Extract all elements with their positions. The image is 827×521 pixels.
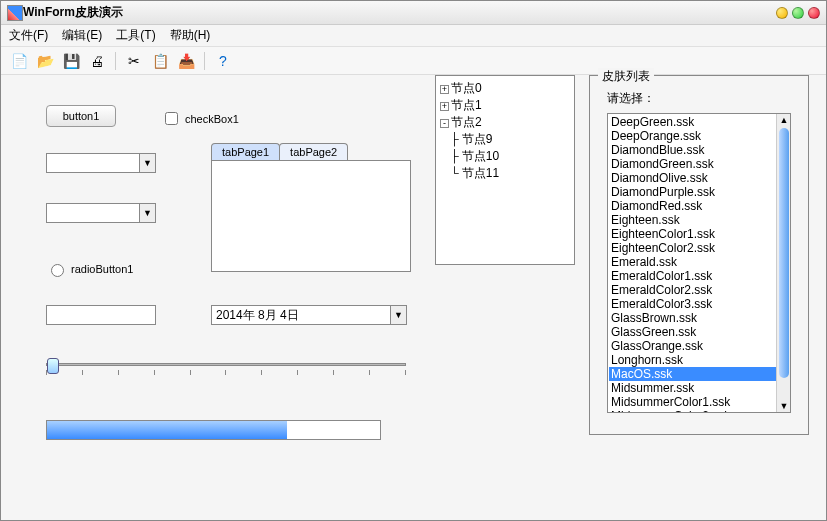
trackbar-ticks bbox=[46, 370, 406, 375]
skin-group-title: 皮肤列表 bbox=[598, 68, 654, 85]
scroll-up-icon[interactable]: ▲ bbox=[777, 114, 791, 126]
skin-listbox[interactable]: DeepGreen.sskDeepOrange.sskDiamondBlue.s… bbox=[607, 113, 791, 413]
list-item[interactable]: Longhorn.ssk bbox=[609, 353, 789, 367]
trackbar[interactable] bbox=[46, 355, 406, 385]
toolbar: 📄 📂 💾 🖨 ✂ 📋 📥 ? bbox=[1, 47, 826, 75]
tree-node-11[interactable]: └ 节点11 bbox=[440, 165, 570, 182]
progress-bar-fill bbox=[47, 421, 287, 439]
toolbar-separator bbox=[115, 52, 116, 70]
chevron-down-icon[interactable]: ▼ bbox=[139, 154, 155, 172]
tab-page1[interactable]: tabPage1 bbox=[211, 143, 280, 160]
checkbox1[interactable]: checkBox1 bbox=[161, 109, 239, 128]
list-item[interactable]: Midsummer.ssk bbox=[609, 381, 789, 395]
checkbox1-label: checkBox1 bbox=[185, 113, 239, 125]
tree-node-1[interactable]: +节点1 bbox=[440, 97, 570, 114]
date-picker[interactable]: 2014年 8月 4日 ▼ bbox=[211, 305, 407, 325]
window-title: WinForm皮肤演示 bbox=[23, 4, 776, 21]
list-item[interactable]: DeepGreen.ssk bbox=[609, 115, 789, 129]
list-item[interactable]: EmeraldColor2.ssk bbox=[609, 283, 789, 297]
tab-body bbox=[211, 160, 411, 272]
close-button[interactable] bbox=[808, 7, 820, 19]
checkbox1-input[interactable] bbox=[165, 112, 178, 125]
tree-view[interactable]: +节点0 +节点1 -节点2 ├ 节点9 ├ 节点10 └ 节点11 bbox=[435, 75, 575, 265]
menu-edit[interactable]: 编辑(E) bbox=[62, 27, 102, 44]
tree-node-2[interactable]: -节点2 bbox=[440, 114, 570, 131]
radiobutton1-input[interactable] bbox=[51, 264, 64, 277]
chevron-down-icon[interactable]: ▼ bbox=[139, 204, 155, 222]
expand-icon[interactable]: + bbox=[440, 85, 449, 94]
combobox1[interactable]: ▼ bbox=[46, 153, 156, 173]
tree-node-0[interactable]: +节点0 bbox=[440, 80, 570, 97]
traffic-lights bbox=[776, 7, 820, 19]
list-item[interactable]: EmeraldColor3.ssk bbox=[609, 297, 789, 311]
skin-prompt: 请选择： bbox=[607, 90, 791, 107]
list-item[interactable]: EmeraldColor1.ssk bbox=[609, 269, 789, 283]
maximize-button[interactable] bbox=[792, 7, 804, 19]
skin-groupbox: 皮肤列表 请选择： DeepGreen.sskDeepOrange.sskDia… bbox=[589, 75, 809, 435]
list-item[interactable]: DiamondGreen.ssk bbox=[609, 157, 789, 171]
save-icon[interactable]: 💾 bbox=[61, 51, 81, 71]
list-item[interactable]: DiamondOlive.ssk bbox=[609, 171, 789, 185]
list-item[interactable]: MacOS.ssk bbox=[609, 367, 789, 381]
scroll-down-icon[interactable]: ▼ bbox=[777, 400, 791, 412]
paste-icon[interactable]: 📥 bbox=[176, 51, 196, 71]
menu-file[interactable]: 文件(F) bbox=[9, 27, 48, 44]
app-icon bbox=[7, 5, 23, 21]
tab-header: tabPage1 tabPage2 bbox=[211, 143, 411, 160]
minimize-button[interactable] bbox=[776, 7, 788, 19]
list-item[interactable]: EighteenColor2.ssk bbox=[609, 241, 789, 255]
copy-icon[interactable]: 📋 bbox=[150, 51, 170, 71]
list-item[interactable]: MidsummerColor1.ssk bbox=[609, 395, 789, 409]
list-item[interactable]: GlassBrown.ssk bbox=[609, 311, 789, 325]
expand-icon[interactable]: + bbox=[440, 102, 449, 111]
menu-bar: 文件(F) 编辑(E) 工具(T) 帮助(H) bbox=[1, 25, 826, 47]
new-file-icon[interactable]: 📄 bbox=[9, 51, 29, 71]
progress-bar bbox=[46, 420, 381, 440]
cut-icon[interactable]: ✂ bbox=[124, 51, 144, 71]
combobox2[interactable]: ▼ bbox=[46, 203, 156, 223]
list-item[interactable]: GlassGreen.ssk bbox=[609, 325, 789, 339]
help-icon[interactable]: ? bbox=[213, 51, 233, 71]
collapse-icon[interactable]: - bbox=[440, 119, 449, 128]
list-item[interactable]: MidsummerColor2.ssk bbox=[609, 409, 789, 413]
toolbar-separator bbox=[204, 52, 205, 70]
app-window: WinForm皮肤演示 文件(F) 编辑(E) 工具(T) 帮助(H) 📄 📂 … bbox=[0, 0, 827, 521]
title-bar: WinForm皮肤演示 bbox=[1, 1, 826, 25]
menu-tools[interactable]: 工具(T) bbox=[116, 27, 155, 44]
list-item[interactable]: DiamondBlue.ssk bbox=[609, 143, 789, 157]
tree-node-9[interactable]: ├ 节点9 bbox=[440, 131, 570, 148]
radiobutton1[interactable]: radioButton1 bbox=[46, 261, 133, 277]
scrollbar[interactable]: ▲ ▼ bbox=[776, 114, 790, 412]
menu-help[interactable]: 帮助(H) bbox=[170, 27, 211, 44]
radiobutton1-label: radioButton1 bbox=[71, 263, 133, 275]
tree-node-10[interactable]: ├ 节点10 bbox=[440, 148, 570, 165]
list-item[interactable]: DeepOrange.ssk bbox=[609, 129, 789, 143]
client-area: button1 checkBox1 ▼ ▼ radioButton1 2014年… bbox=[1, 75, 826, 521]
print-icon[interactable]: 🖨 bbox=[87, 51, 107, 71]
list-item[interactable]: GlassOrange.ssk bbox=[609, 339, 789, 353]
list-item[interactable]: Emerald.ssk bbox=[609, 255, 789, 269]
date-picker-value: 2014年 8月 4日 bbox=[216, 307, 299, 324]
trackbar-track bbox=[46, 363, 406, 366]
scrollbar-thumb[interactable] bbox=[779, 128, 789, 378]
chevron-down-icon[interactable]: ▼ bbox=[390, 306, 406, 324]
tab-page2[interactable]: tabPage2 bbox=[279, 143, 348, 160]
list-item[interactable]: Eighteen.ssk bbox=[609, 213, 789, 227]
textbox1[interactable] bbox=[46, 305, 156, 325]
button1[interactable]: button1 bbox=[46, 105, 116, 127]
tab-control: tabPage1 tabPage2 bbox=[211, 143, 411, 272]
list-item[interactable]: DiamondRed.ssk bbox=[609, 199, 789, 213]
list-item[interactable]: DiamondPurple.ssk bbox=[609, 185, 789, 199]
trackbar-thumb[interactable] bbox=[47, 358, 59, 374]
open-folder-icon[interactable]: 📂 bbox=[35, 51, 55, 71]
list-item[interactable]: EighteenColor1.ssk bbox=[609, 227, 789, 241]
